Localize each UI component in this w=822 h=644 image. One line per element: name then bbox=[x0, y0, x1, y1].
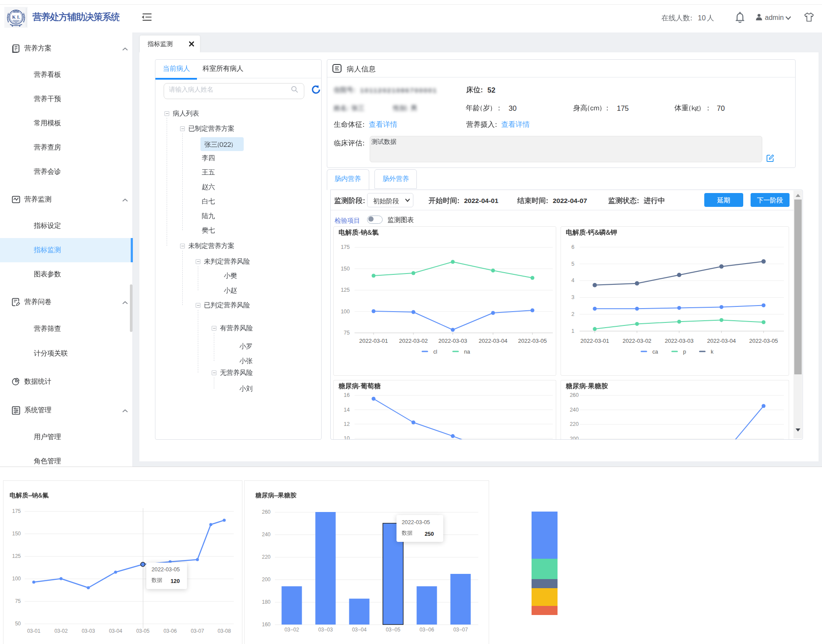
svg-text:260: 260 bbox=[570, 392, 579, 398]
svg-text:220: 220 bbox=[570, 421, 579, 427]
svg-text:2022-03-05: 2022-03-05 bbox=[518, 338, 547, 344]
svg-text:1: 1 bbox=[571, 328, 574, 334]
svg-text:03−03: 03−03 bbox=[318, 627, 333, 633]
svg-text:125: 125 bbox=[12, 553, 21, 559]
svg-text:p: p bbox=[683, 349, 686, 355]
svg-text:03-06: 03-06 bbox=[164, 628, 177, 634]
svg-text:03-05: 03-05 bbox=[136, 628, 150, 634]
svg-text:K: K bbox=[12, 15, 16, 19]
svg-text:cl: cl bbox=[433, 349, 437, 355]
svg-text:k: k bbox=[711, 349, 714, 355]
svg-text:260: 260 bbox=[262, 509, 271, 515]
svg-text:2022-03-04: 2022-03-04 bbox=[707, 338, 736, 344]
svg-text:240: 240 bbox=[262, 531, 271, 538]
svg-text:3: 3 bbox=[571, 294, 574, 300]
svg-text:2022-03-03: 2022-03-03 bbox=[438, 338, 467, 344]
svg-text:2: 2 bbox=[571, 311, 574, 317]
svg-text:180: 180 bbox=[262, 599, 271, 605]
svg-text:ca: ca bbox=[652, 349, 658, 355]
svg-text:125: 125 bbox=[341, 287, 350, 293]
svg-text:2022-03-02: 2022-03-02 bbox=[622, 338, 651, 344]
svg-text:16: 16 bbox=[344, 392, 350, 398]
svg-text:10: 10 bbox=[344, 435, 350, 439]
svg-text:03-08: 03-08 bbox=[218, 628, 231, 634]
svg-text:6: 6 bbox=[571, 244, 574, 250]
svg-text:4: 4 bbox=[571, 277, 574, 283]
svg-text:5: 5 bbox=[571, 261, 574, 267]
svg-text:2022-03-01: 2022-03-01 bbox=[359, 338, 388, 344]
svg-text:2022-03-05: 2022-03-05 bbox=[749, 338, 778, 344]
svg-text:14: 14 bbox=[344, 407, 350, 413]
svg-text:175: 175 bbox=[12, 508, 21, 514]
svg-text:150: 150 bbox=[341, 266, 350, 272]
svg-text:2022-03-03: 2022-03-03 bbox=[665, 338, 694, 344]
svg-text:03-03: 03-03 bbox=[82, 628, 95, 634]
svg-text:12: 12 bbox=[344, 421, 350, 427]
svg-text:na: na bbox=[464, 349, 470, 355]
svg-text:75: 75 bbox=[15, 598, 21, 604]
svg-text:100: 100 bbox=[12, 576, 21, 582]
svg-text:2022-03-04: 2022-03-04 bbox=[479, 338, 508, 344]
svg-text:175: 175 bbox=[341, 244, 350, 250]
svg-text:03−02: 03−02 bbox=[284, 627, 299, 633]
svg-text:2022-03-02: 2022-03-02 bbox=[399, 338, 428, 344]
svg-text:03−06: 03−06 bbox=[419, 627, 434, 633]
svg-text:03-07: 03-07 bbox=[191, 628, 204, 634]
svg-text:03−04: 03−04 bbox=[352, 627, 367, 633]
svg-text:160: 160 bbox=[262, 621, 271, 628]
svg-text:75: 75 bbox=[344, 330, 350, 336]
svg-text:03−05: 03−05 bbox=[386, 627, 400, 633]
svg-text:L: L bbox=[17, 15, 20, 19]
svg-text:200: 200 bbox=[262, 576, 271, 583]
svg-text:50: 50 bbox=[15, 621, 21, 627]
svg-text:200: 200 bbox=[570, 436, 579, 439]
svg-text:03−07: 03−07 bbox=[453, 627, 468, 633]
svg-text:03-01: 03-01 bbox=[27, 628, 41, 634]
svg-text:100: 100 bbox=[341, 309, 350, 315]
svg-text:220: 220 bbox=[262, 554, 271, 560]
svg-text:2022-03-01: 2022-03-01 bbox=[580, 338, 609, 344]
svg-text:150: 150 bbox=[12, 531, 21, 537]
svg-text:240: 240 bbox=[570, 407, 579, 413]
svg-text:03-02: 03-02 bbox=[55, 628, 68, 634]
svg-text:03-04: 03-04 bbox=[109, 628, 122, 634]
